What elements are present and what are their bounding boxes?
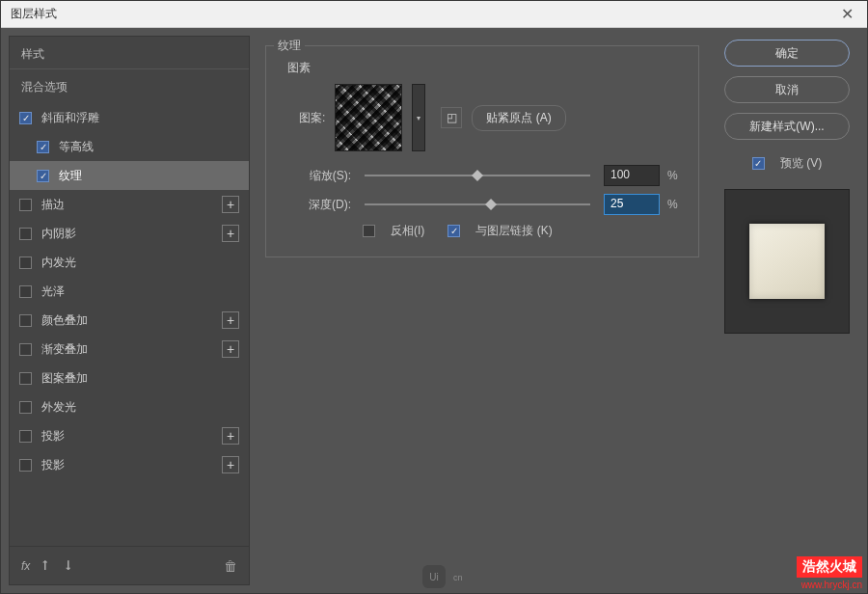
add-effect-icon[interactable]: + (222, 340, 239, 358)
effect-checkbox[interactable] (37, 170, 49, 182)
new-style-button[interactable]: 新建样式(W)... (724, 113, 850, 140)
fx-label[interactable]: fx (21, 559, 30, 573)
texture-group: 纹理 图素 图案: ▾ ◰ 贴紧原点 (A) 缩放(S): 100 % (265, 45, 699, 257)
invert-option[interactable]: 反相(I) (363, 223, 424, 239)
depth-input[interactable]: 25 (604, 194, 660, 215)
depth-thumb[interactable] (485, 199, 497, 210)
effect-checkbox[interactable] (19, 199, 32, 211)
effect-checkbox[interactable] (19, 112, 32, 124)
invert-label: 反相(I) (391, 223, 424, 239)
effect-label: 光泽 (41, 284, 239, 300)
depth-row: 深度(D): 25 % (280, 194, 685, 215)
pattern-label: 图案: (299, 110, 325, 126)
cancel-button[interactable]: 取消 (724, 76, 850, 103)
texture-group-title: 纹理 (274, 38, 305, 54)
effect-label: 图案叠加 (41, 370, 239, 387)
depth-label: 深度(D): (289, 197, 351, 213)
arrow-down-icon[interactable]: 🠗 (61, 559, 76, 573)
effect-checkbox[interactable] (19, 314, 32, 327)
effect-checkbox[interactable] (19, 285, 32, 298)
window-title: 图层样式 (11, 6, 837, 22)
invert-checkbox[interactable] (363, 225, 375, 237)
pattern-row: 图案: ▾ ◰ 贴紧原点 (A) (280, 84, 685, 151)
effect-checkbox[interactable] (19, 459, 32, 472)
scale-row: 缩放(S): 100 % (280, 165, 685, 186)
sidebar-item-12[interactable]: 投影+ (10, 450, 249, 479)
sidebar-item-11[interactable]: 投影+ (10, 421, 249, 450)
sidebar-item-2[interactable]: 纹理 (10, 161, 249, 190)
effect-label: 斜面和浮雕 (41, 110, 239, 126)
right-panel: 确定 取消 新建样式(W)... 预览 (V) (715, 36, 859, 585)
add-effect-icon[interactable]: + (222, 311, 239, 329)
close-icon[interactable]: ✕ (837, 5, 857, 23)
sidebar-item-1[interactable]: 等高线 (10, 132, 249, 161)
link-checkbox[interactable] (448, 225, 460, 237)
ok-button[interactable]: 确定 (724, 40, 850, 67)
effect-checkbox[interactable] (19, 228, 32, 240)
dialog-body: 样式 混合选项 斜面和浮雕等高线纹理描边+内阴影+内发光光泽颜色叠加+渐变叠加+… (1, 28, 867, 593)
sidebar: 样式 混合选项 斜面和浮雕等高线纹理描边+内阴影+内发光光泽颜色叠加+渐变叠加+… (9, 36, 250, 585)
ui-logo: Ui (422, 565, 446, 588)
effect-label: 渐变叠加 (41, 341, 222, 358)
effect-checkbox[interactable] (19, 343, 32, 356)
effect-label: 颜色叠加 (41, 312, 222, 329)
ui-logo-cn: cn (453, 573, 463, 582)
scale-input[interactable]: 100 (604, 165, 660, 186)
sidebar-header-blend[interactable]: 混合选项 (10, 69, 249, 103)
preview-pane (724, 189, 850, 334)
sidebar-item-6[interactable]: 光泽 (10, 277, 249, 306)
preview-label: 预览 (V) (780, 155, 822, 172)
pattern-dropdown-icon[interactable]: ▾ (412, 84, 425, 151)
add-effect-icon[interactable]: + (222, 427, 239, 445)
add-effect-icon[interactable]: + (222, 456, 239, 473)
titlebar: 图层样式 ✕ (1, 1, 867, 28)
effect-label: 投影 (41, 457, 222, 473)
effect-label: 外发光 (41, 399, 239, 416)
sidebar-item-3[interactable]: 描边+ (10, 190, 249, 219)
new-preset-icon[interactable]: ◰ (441, 107, 462, 128)
effect-label: 内阴影 (41, 226, 222, 242)
preview-option[interactable]: 预览 (V) (752, 155, 822, 172)
scale-unit: % (667, 169, 685, 182)
effect-checkbox[interactable] (19, 256, 32, 269)
center-panel: 纹理 图素 图案: ▾ ◰ 贴紧原点 (A) 缩放(S): 100 % (258, 36, 707, 585)
snap-origin-button[interactable]: 贴紧原点 (A) (472, 105, 565, 131)
sidebar-header-styles[interactable]: 样式 (10, 37, 249, 69)
effect-checkbox[interactable] (19, 372, 32, 385)
add-effect-icon[interactable]: + (222, 225, 239, 242)
pattern-swatch[interactable] (335, 84, 402, 151)
sidebar-footer: fx 🠕 🠗 🗑 (10, 546, 249, 584)
effect-label: 等高线 (59, 139, 239, 155)
effect-checkbox[interactable] (37, 141, 49, 153)
watermark: 浩然火城 www.hryckj.cn (797, 556, 862, 590)
scale-slider[interactable] (365, 175, 590, 176)
arrow-up-icon[interactable]: 🠕 (38, 559, 53, 573)
link-label: 与图层链接 (K) (475, 223, 552, 239)
depth-slider[interactable] (365, 203, 590, 205)
link-option[interactable]: 与图层链接 (K) (448, 223, 552, 239)
sidebar-list: 斜面和浮雕等高线纹理描边+内阴影+内发光光泽颜色叠加+渐变叠加+图案叠加外发光投… (10, 103, 249, 546)
pattern-subtitle: 图素 (287, 60, 685, 76)
sidebar-item-5[interactable]: 内发光 (10, 248, 249, 277)
watermark-url: www.hryckj.cn (801, 580, 862, 590)
effect-label: 内发光 (41, 255, 239, 271)
sidebar-item-7[interactable]: 颜色叠加+ (10, 306, 249, 335)
effect-checkbox[interactable] (19, 430, 32, 443)
trash-icon[interactable]: 🗑 (224, 558, 237, 574)
preview-checkbox[interactable] (752, 157, 765, 170)
add-effect-icon[interactable]: + (222, 196, 239, 213)
depth-unit: % (667, 198, 685, 211)
effect-label: 纹理 (59, 168, 239, 184)
scale-label: 缩放(S): (289, 168, 351, 184)
preview-tile (749, 224, 825, 299)
scale-thumb[interactable] (472, 170, 483, 181)
sidebar-item-9[interactable]: 图案叠加 (10, 364, 249, 392)
sidebar-item-10[interactable]: 外发光 (10, 392, 249, 421)
effect-checkbox[interactable] (19, 401, 32, 414)
effect-label: 投影 (41, 428, 222, 445)
effect-label: 描边 (41, 197, 222, 213)
options-row: 反相(I) 与图层链接 (K) (280, 223, 685, 239)
sidebar-item-8[interactable]: 渐变叠加+ (10, 335, 249, 364)
sidebar-item-4[interactable]: 内阴影+ (10, 219, 249, 248)
sidebar-item-0[interactable]: 斜面和浮雕 (10, 103, 249, 132)
